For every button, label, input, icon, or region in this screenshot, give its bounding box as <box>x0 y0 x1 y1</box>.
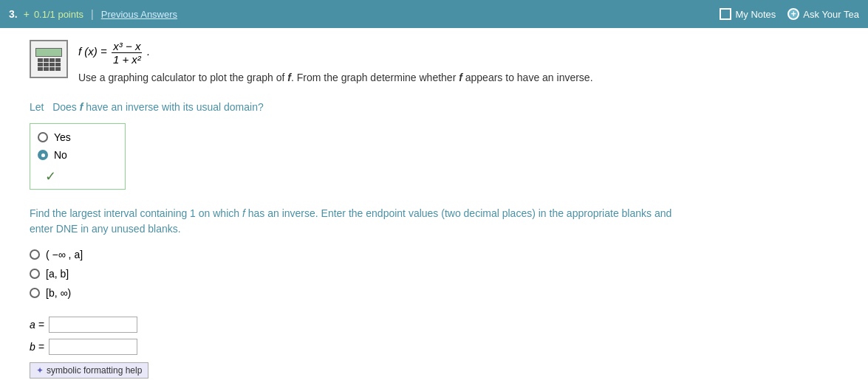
interval-radio-2[interactable] <box>30 269 40 279</box>
interval-option-3[interactable]: [b, ∞) <box>30 287 853 299</box>
period: . <box>147 45 150 58</box>
f-italic3: f <box>242 207 245 219</box>
formula-display: f (x) = x³ − x 1 + x² . <box>78 40 853 66</box>
points-label: 0.1/1 points <box>34 9 83 20</box>
b-label: b = <box>30 341 44 353</box>
no-option[interactable]: No <box>38 149 112 161</box>
interval-label-3: [b, ∞) <box>46 287 71 299</box>
f-keyword: f <box>80 101 83 113</box>
calc-screen <box>35 48 62 57</box>
calculator-icon <box>30 40 68 78</box>
yes-option[interactable]: Yes <box>38 131 112 143</box>
question-number: 3. <box>9 8 18 20</box>
main-content: f (x) = x³ − x 1 + x² . Use a graphing c… <box>0 28 868 380</box>
top-bar: 3. + 0.1/1 points | Previous Answers My … <box>0 0 868 28</box>
interval-options: ( −∞ , a] [a, b] [b, ∞) <box>30 249 853 299</box>
interval-option-1[interactable]: ( −∞ , a] <box>30 249 853 260</box>
denominator: 1 + x² <box>112 53 143 66</box>
symbolic-formatting-button[interactable]: ✦ symbolic formatting help <box>30 362 148 379</box>
symbolic-btn-label: symbolic formatting help <box>47 365 142 376</box>
notes-label: My Notes <box>735 9 776 20</box>
yes-label: Yes <box>54 131 71 143</box>
a-label: a = <box>30 319 44 331</box>
a-input-row: a = <box>30 317 853 333</box>
numerator: x³ − x <box>112 40 142 53</box>
b-input-row: b = <box>30 339 853 355</box>
plus-icon: + <box>24 8 30 20</box>
calc-buttons <box>38 58 61 71</box>
domain-question: Let Does f have an inverse with its usua… <box>30 101 853 113</box>
interval-label-2: [a, b] <box>46 268 69 280</box>
interval-option-2[interactable]: [a, b] <box>30 268 853 280</box>
question-text-area: f (x) = x³ − x 1 + x² . Use a graphing c… <box>78 40 853 91</box>
yes-no-box: Yes No ✓ <box>30 123 126 190</box>
f-italic2: f <box>459 72 462 83</box>
f-italic: f <box>287 72 291 83</box>
interval-label-1: ( −∞ , a] <box>46 249 83 260</box>
inputs-section: a = b = <box>30 317 853 355</box>
no-label: No <box>54 149 67 161</box>
my-notes-button[interactable]: My Notes <box>720 8 776 20</box>
yes-radio[interactable] <box>38 132 48 142</box>
b-input[interactable] <box>49 339 137 355</box>
ask-teacher-label: Ask Your Tea <box>803 9 859 20</box>
find-interval-text: Find the largest interval containing 1 o… <box>30 206 694 237</box>
ask-teacher-button[interactable]: + Ask Your Tea <box>787 8 859 20</box>
top-bar-right: My Notes + Ask Your Tea <box>720 8 859 20</box>
question-area: f (x) = x³ − x 1 + x² . Use a graphing c… <box>30 40 853 91</box>
checkmark-icon: ✓ <box>45 168 112 184</box>
previous-answers-link[interactable]: Previous Answers <box>101 9 177 20</box>
fraction: x³ − x 1 + x² <box>112 40 143 66</box>
interval-radio-3[interactable] <box>30 288 40 298</box>
no-radio[interactable] <box>38 150 48 160</box>
fx-label: f (x) = <box>78 45 107 58</box>
separator: | <box>91 8 94 20</box>
symbolic-star-icon: ✦ <box>36 365 44 376</box>
notes-icon <box>720 8 731 20</box>
interval-radio-1[interactable] <box>30 249 40 260</box>
plus-circle-icon: + <box>787 8 799 20</box>
instruction-text: Use a graphing calculator to plot the gr… <box>78 72 853 83</box>
a-input[interactable] <box>49 317 137 333</box>
